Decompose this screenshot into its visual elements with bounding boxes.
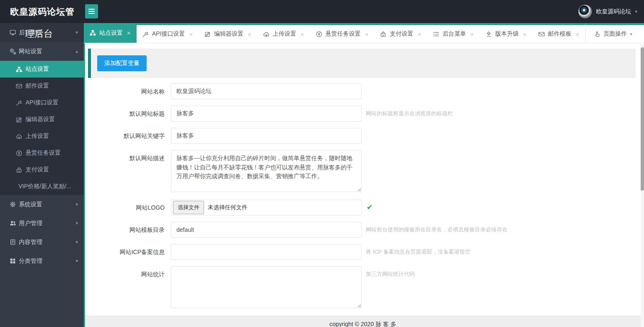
sidebar-item-label: 网站设置 [19,48,42,55]
sidebar-submenu: 站点设置邮件设置API接口设置编辑器设置上传设置悬赏任务设置支付设置VIP价格/… [0,61,84,195]
bag-icon [380,31,386,37]
chevron-down-icon: ▾ [75,221,78,226]
form-textarea[interactable] [171,266,362,308]
file-input[interactable]: 选择文件未选择任何文件 [171,200,362,215]
footer: copyright © 2020 脉 客 多 [85,316,641,327]
sidebar-subitem[interactable]: 支付设置 [0,161,84,178]
tab-item[interactable]: 悬赏任务设置× [310,25,375,43]
chevron-down-icon: ▾ [75,258,78,264]
sidebar-item[interactable]: 分类管理▾ [0,252,84,270]
tab-label: 悬赏任务设置 [326,30,361,38]
sidebar-item[interactable]: 系统设置▾ [0,195,84,214]
plug-icon [142,31,149,37]
main-content: 添加配置变量 网站名称默认网站标题网站的标题将显示在浏览器的标题栏默认网站关键字… [84,43,641,327]
app-title: 欧皇源码论坛管 [10,0,75,23]
edit-icon [204,31,211,37]
sidebar-subitem[interactable]: 上传设置 [0,128,84,145]
sidebar-subitem-label: 编辑器设置 [26,116,55,123]
tab-item[interactable]: 编辑器设置× [199,25,257,43]
tab-label: 站点设置 [99,29,123,37]
up-icon [486,31,492,37]
envelope-icon [16,83,22,89]
sidebar: 后台管理理后台▾网站设置▴站点设置邮件设置API接口设置编辑器设置上传设置悬赏任… [0,23,84,327]
scrollbar-track[interactable] [641,44,644,327]
sidebar-subitem-label: API接口设置 [26,99,59,106]
form-textarea[interactable]: 脉客多---让你充分利用自己的碎片时间，做简单悬赏任务，随时随地赚钱！让自己每月… [171,150,362,192]
tab-item[interactable]: API接口设置× [137,25,199,43]
page-actions-label: 页面操作 [603,30,627,38]
field-control [171,83,362,99]
sidebar-subitem[interactable]: 编辑器设置 [0,111,84,128]
field-control [171,244,362,260]
tab-bar: 站点设置×API接口设置×编辑器设置×上传设置×悬赏任务设置×支付设置×后台菜单… [84,23,644,43]
chevron-down-icon: ▾ [630,32,632,36]
form-text-input[interactable] [171,244,362,260]
tab-item[interactable]: 版本升级× [480,25,533,43]
field-label: 网站名称 [85,83,171,99]
tab-close-icon[interactable]: × [470,31,474,38]
sidebar-item-label: 用户管理 [19,220,42,227]
tab-close-icon[interactable]: × [248,31,251,38]
tab-item[interactable]: 邮件模板× [533,25,585,43]
form-row: 网站ICP备案信息将 ICP 备案信息在页面底部，没备案请留空 [85,244,641,260]
tab-label: API接口设置 [152,30,185,38]
sidebar-toggle-button[interactable] [85,4,98,18]
yen-icon [16,150,22,156]
field-label: 默认网站关键字 [85,128,171,144]
bag-icon [16,167,22,173]
sidebar-item[interactable]: 内容管理▾ [0,233,84,252]
file-status-text: 未选择任何文件 [208,204,248,211]
add-config-variable-button[interactable]: 添加配置变量 [97,55,147,71]
field-hint: 第三方网站统计代码 [366,266,415,282]
form-row: 默认网站关键字 [85,128,641,144]
scrollbar-thumb[interactable] [641,47,644,191]
form-row: 默认网站描述脉客多---让你充分利用自己的碎片时间，做简单悬赏任务，随时随地赚钱… [85,150,641,193]
form-text-input[interactable] [171,106,362,122]
form-text-input[interactable] [171,83,362,99]
sitemap-icon [90,30,96,36]
tab-close-icon[interactable]: × [523,31,527,38]
sidebar-subitem[interactable]: 悬赏任务设置 [0,145,84,161]
field-label: 网站LOGO [85,200,171,215]
chevron-down-icon: ▾ [635,9,637,14]
tab-item[interactable]: 支付设置× [374,25,427,43]
field-control [171,266,362,309]
sidebar-item-website-settings[interactable]: 网站设置▴ [0,42,84,61]
tab-close-icon[interactable]: × [189,31,193,38]
cloud-icon [263,31,269,37]
sidebar-item-admin-home[interactable]: 后台管理理后台▾ [0,23,84,42]
tab-label: 支付设置 [390,30,413,38]
page-actions-button[interactable]: 页面操作 ▾ [585,23,641,43]
sidebar-subitem-label: 上传设置 [26,132,49,140]
sidebar-subitem-label: 站点设置 [26,65,49,73]
field-label: 默认网站描述 [85,150,171,166]
field-control: 脉客多---让你充分利用自己的碎片时间，做简单悬赏任务，随时随地赚钱！让自己每月… [171,150,362,193]
tab-item[interactable]: 站点设置× [84,23,137,43]
chevron-down-icon: ▾ [75,239,78,245]
tab-close-icon[interactable]: × [300,31,304,38]
envelope-icon [538,31,545,37]
form-row: 默认网站标题网站的标题将显示在浏览器的标题栏 [85,106,641,122]
form-text-input[interactable] [171,128,362,144]
plug-icon [16,100,22,106]
tab-close-icon[interactable]: × [365,31,369,38]
user-menu[interactable]: 欧皇源码论坛 ▾ [578,0,637,23]
sidebar-item-label: 分类管理 [19,257,42,265]
sidebar-subitem[interactable]: 站点设置 [0,61,84,78]
sidebar-subitem[interactable]: API接口设置 [0,94,84,111]
form-row: 网站模板目录网站前台使用的模板所在目录名，必填且模板目录必须存在 [85,222,641,238]
avatar [578,5,592,18]
choose-file-button[interactable]: 选择文件 [173,201,204,214]
field-control [171,106,362,122]
sidebar-subitem[interactable]: 邮件设置 [0,78,84,94]
form-text-input[interactable] [171,222,362,238]
tab-close-icon[interactable]: × [417,31,421,38]
sidebar-item[interactable]: 用户管理▾ [0,214,84,233]
tab-close-icon[interactable]: × [576,31,579,38]
tab-item[interactable]: 上传设置× [257,25,310,43]
tab-item[interactable]: 后台菜单× [427,25,480,43]
sidebar-subitem[interactable]: VIP价格/新人奖励/... [0,178,84,195]
settings-form: 网站名称默认网站标题网站的标题将显示在浏览器的标题栏默认网站关键字默认网站描述脉… [85,83,641,309]
tab-close-icon[interactable]: × [127,29,131,36]
check-icon: ✔ [367,200,372,215]
